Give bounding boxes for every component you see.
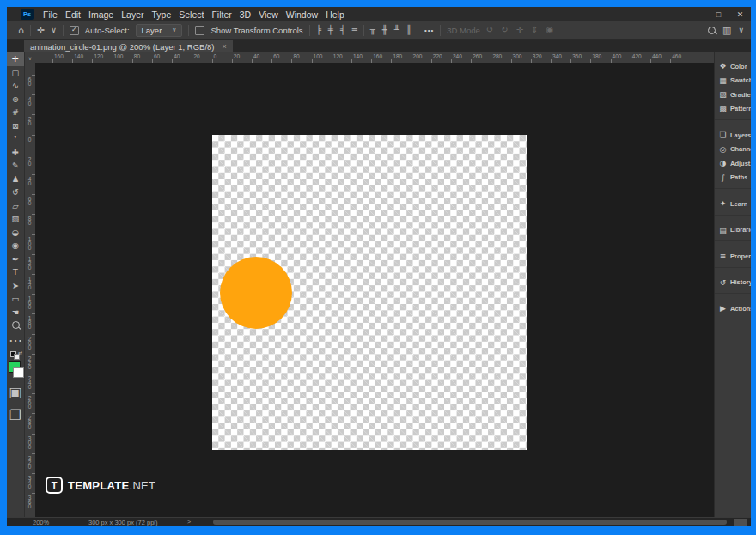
move-tool-icon[interactable]: ✛ [37, 26, 45, 35]
3d-roll-icon[interactable]: ↻ [501, 26, 508, 34]
zoom-level-field[interactable]: 200% [33, 519, 49, 526]
menu-type[interactable]: Type [151, 9, 171, 20]
pen-tool[interactable]: ✒ [7, 252, 24, 266]
gradient-tool[interactable]: ▨ [7, 212, 24, 226]
panel-label: Libraries [730, 226, 751, 234]
ruler-label: 120 [94, 53, 103, 59]
background-color-swatch[interactable] [13, 367, 24, 378]
ruler-label: 60 [273, 53, 279, 59]
panel-tab-layers[interactable]: ❏Layers [715, 128, 751, 143]
3d-pan-icon[interactable]: ✛ [516, 26, 523, 34]
swap-colors-icon[interactable]: ⇄ [18, 350, 22, 356]
eraser-tool[interactable]: ▱ [7, 199, 24, 213]
rectangle-tool[interactable]: ▭ [7, 292, 24, 306]
frame-tool[interactable]: ⊠ [7, 119, 24, 133]
align-left-edges-icon[interactable]: ╞ [316, 26, 321, 34]
ruler-label: 320 [533, 53, 542, 59]
panel-tab-swatches[interactable]: ▦Swatches [715, 74, 751, 88]
panel-tab-patterns[interactable]: ▩Patterns [715, 102, 751, 117]
panel-tab-channels[interactable]: ◎Channels [715, 143, 751, 157]
history-icon: ↺ [718, 278, 728, 287]
path-selection-tool[interactable]: ➤ [7, 279, 24, 293]
workspace-icon[interactable]: ▥ [722, 26, 731, 35]
horizontal-scrollbar[interactable] [213, 520, 727, 525]
close-icon[interactable]: ✕ [729, 7, 751, 21]
default-colors-icon[interactable]: ⇄ [10, 351, 21, 359]
chevron-down-icon[interactable]: ∨ [51, 27, 57, 34]
hand-tool[interactable]: ☚ [7, 306, 24, 319]
document-canvas[interactable] [212, 135, 527, 450]
quick-mask-button[interactable]: ▣ [7, 384, 24, 400]
align-horizontal-centers-icon[interactable]: ╪ [328, 26, 333, 34]
type-tool[interactable]: T [7, 265, 24, 279]
document-area: ∨ 16014012010080604020020406080100120140… [25, 52, 714, 518]
crop-tool[interactable]: # [7, 106, 24, 119]
maximize-icon[interactable]: □ [708, 7, 729, 21]
status-chevron-icon[interactable]: > [187, 519, 191, 525]
distribute-horizontal-icon[interactable]: ═ [352, 26, 357, 34]
menu-window[interactable]: Window [286, 9, 318, 20]
rectangular-marquee-tool[interactable]: ▢ [7, 66, 24, 80]
menu-select[interactable]: Select [179, 9, 204, 20]
distribute-vertical-icon[interactable]: ║ [406, 26, 412, 34]
adjustments-icon: ◑ [718, 159, 728, 167]
dodge-tool[interactable]: ◉ [7, 239, 24, 252]
orange-circle[interactable] [220, 257, 292, 329]
menu-filter[interactable]: Filter [211, 9, 231, 20]
zoom-tool[interactable] [7, 319, 24, 332]
menu-help[interactable]: Help [326, 9, 344, 20]
panel-tab-adjustments[interactable]: ◑Adjust... [715, 156, 751, 171]
menu-layer[interactable]: Layer [121, 9, 143, 20]
divider [30, 25, 31, 36]
align-right-edges-icon[interactable]: ╡ [340, 26, 345, 34]
ruler-label: 20 [27, 156, 33, 165]
move-tool[interactable]: ✛ [7, 52, 24, 66]
auto-select-checkbox[interactable]: ✓ [70, 26, 79, 35]
chevron-down-icon[interactable]: ∨ [738, 27, 744, 34]
menu-image[interactable]: Image [88, 9, 113, 20]
tab-close-icon[interactable]: × [223, 42, 227, 51]
document-tab[interactable]: animation_circle-01.png @ 200% (Layer 1,… [24, 40, 233, 53]
ruler-label: 140 [27, 276, 33, 289]
minimize-icon[interactable]: – [686, 7, 708, 21]
gradients-icon: ▧ [718, 90, 728, 99]
panel-tab-paths[interactable]: ∫Paths [715, 171, 751, 185]
menu-file[interactable]: File [43, 9, 58, 20]
clone-stamp-tool[interactable]: ♟ [7, 173, 24, 186]
ruler-label: 280 [492, 53, 502, 59]
show-transform-checkbox[interactable] [195, 26, 204, 35]
align-bottom-edges-icon[interactable]: ╨ [394, 26, 399, 34]
blur-tool[interactable]: ◒ [7, 226, 24, 240]
panel-tab-learn[interactable]: ✦Learn [715, 197, 751, 211]
3d-orbit-icon[interactable]: ↺ [486, 26, 493, 34]
spot-healing-brush-tool[interactable]: ✚ [7, 146, 24, 160]
3d-slide-icon[interactable]: ⇕ [531, 26, 538, 34]
edit-toolbar-button[interactable]: ⋯ [7, 332, 24, 349]
panel-tab-actions[interactable]: ▶Actions [715, 301, 751, 316]
panel-tab-libraries[interactable]: ▤Libraries [715, 223, 751, 238]
search-icon[interactable] [708, 27, 716, 34]
home-icon[interactable]: ⌂ [18, 26, 24, 35]
menu-3d[interactable]: 3D [240, 9, 251, 20]
canvas-background[interactable]: T TEMPLATE.NET [35, 63, 714, 518]
3d-camera-icon[interactable]: ◉ [546, 26, 553, 34]
panel-tab-color[interactable]: ❖Color [715, 59, 751, 74]
lasso-tool[interactable]: ∿ [7, 79, 24, 93]
screen-mode-button[interactable]: ❐ [7, 407, 24, 423]
eyedropper-tool[interactable]: ❜ [7, 132, 24, 146]
panel-tab-gradients[interactable]: ▧Gradie... [715, 88, 751, 102]
menu-edit[interactable]: Edit [65, 9, 81, 20]
history-brush-tool[interactable]: ↺ [7, 185, 24, 199]
actions-icon: ▶ [718, 304, 728, 313]
brush-tool[interactable]: ✎ [7, 159, 24, 173]
ruler-label: 440 [652, 53, 662, 59]
menu-view[interactable]: View [259, 9, 278, 20]
patterns-icon: ▩ [718, 105, 728, 113]
panel-tab-history[interactable]: ↺History [715, 276, 751, 290]
quick-selection-tool[interactable]: ⊛ [7, 93, 24, 106]
more-align-options-button[interactable]: ••• [424, 27, 434, 34]
auto-select-target-dropdown[interactable]: Layer ∨ [136, 24, 183, 37]
align-vertical-centers-icon[interactable]: ╫ [382, 26, 387, 34]
panel-tab-properties[interactable]: ≡Proper... [715, 249, 751, 264]
align-top-edges-icon[interactable]: ╥ [370, 26, 375, 34]
